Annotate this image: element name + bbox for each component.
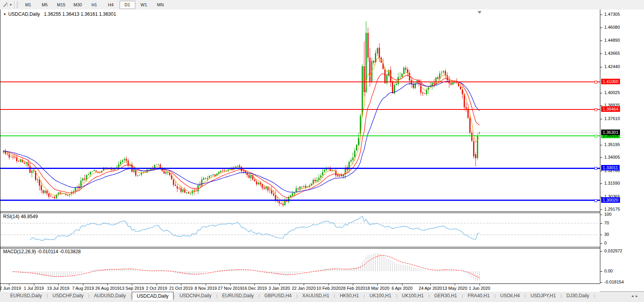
price-tick [600,171,602,171]
timeframe-button-m30[interactable]: M30 [70,1,86,9]
date-tick [480,284,480,285]
price-tick [600,41,602,41]
chart-tab-hk50-h1[interactable]: HK50,H1 [335,292,364,299]
price-tick-label: 1.47305 [604,12,620,17]
date-tick-label: 12 Jun 2019 [0,286,21,291]
chart-tabs: EURUSD,Daily|USDCHF,Daily|AUDUSD,Daily|U… [0,292,644,300]
date-tick-label: 13 May 2020 [442,286,467,291]
mt4-window: ▾ M1M5M15M30H1H4D1W1MN ▼USDCAD,Daily1.36… [0,0,644,302]
price-tick-label: 1.40025 [604,90,620,95]
price-tick-label: 1.46080 [604,25,620,30]
price-tick [600,157,602,158]
chart-tab-gbpusd-h4[interactable]: GBPUSD,H4 [260,292,296,299]
tab-scroll-right-icon[interactable]: ▸ [636,294,640,298]
price-tick [600,67,602,67]
chart-tab-ger30-h1[interactable]: GER30,H1 [430,292,462,299]
date-tick-label: 24 Apr 2020 [419,286,442,291]
date-tick [430,284,431,285]
timeframe-button-h4[interactable]: H4 [103,1,119,9]
date-tick [377,284,378,285]
timeframe-button-m1[interactable]: M1 [20,1,36,9]
chart-tab-usdchf-daily[interactable]: USDCHF,Daily [48,292,89,299]
date-tick [9,284,9,285]
price-tick [600,119,602,119]
date-tick [181,284,181,285]
date-tick [279,284,280,285]
date-tick-label: 8 Nov 2019 [195,286,217,291]
price-tick [600,28,602,28]
date-tick [455,284,455,285]
date-tick-label: 10 Feb 2020 [316,286,341,291]
dropdown-arrow-icon[interactable]: ▾ [10,3,12,7]
chart-tab-eurusd-daily[interactable]: EURUSD,Daily [217,292,258,299]
price-tick-label: 1.37610 [604,116,620,121]
date-tick [230,284,231,285]
date-tick [132,284,132,285]
chart-tab-usdcnh-daily[interactable]: USDCNH,Daily [175,292,216,299]
macd-tick [600,271,602,272]
rsi-tick-label: 0 [604,241,607,245]
date-tick-label: 19 Jul 2019 [47,286,70,291]
date-tick [353,284,353,285]
timeframe-button-mn[interactable]: MN [153,1,168,9]
price-tick [600,93,602,93]
chart-tab-dj30-daily[interactable]: DJ30,Daily [562,292,594,299]
date-tick-label: 7 Aug 2019 [72,286,94,291]
chart-tab-fra40-h1[interactable]: FRA40,H1 [463,292,495,299]
toolbar-grip[interactable] [17,2,18,8]
chart-title: ▼USDCAD,Daily1.36255 1.36413 1.36161 1.3… [3,11,116,17]
chart-tab-xauusd-h1[interactable]: XAUUSD,H1 [297,292,334,299]
date-tick [83,284,83,285]
pane-separator[interactable] [0,213,644,213]
chart-tab-audusd-daily[interactable]: AUDUSD,Daily [89,292,131,299]
price-tick [600,183,602,184]
date-tick-label: 26 Aug 2019 [95,286,120,291]
rsi-tick [600,223,602,224]
chart-tab-usoil-h4[interactable]: USOil,H4 [496,292,525,299]
date-tick-label: 22 Jan 2020 [292,286,316,291]
pane-separator[interactable] [0,247,644,247]
rsi-tick [600,243,602,244]
chart-tab-usdcad-daily[interactable]: USDCAD,Daily [132,292,174,300]
date-tick-label: 1 Jul 2019 [24,286,44,291]
date-tick [107,284,108,285]
price-tick-label: 1.43665 [604,51,620,56]
price-tick [600,106,602,106]
collapse-arrow-icon[interactable]: ▼ [3,13,6,16]
date-tick-label: 18 Mar 2020 [365,286,389,291]
chart-area[interactable]: ▼USDCAD,Daily1.36255 1.36413 1.36161 1.3… [0,9,644,291]
chart-shift-marker-icon[interactable] [478,11,482,14]
chart-tab-uk100-h1[interactable]: UK100,H1 [397,292,428,299]
ohlc-values: 1.36255 1.36413 1.36161 1.36301 [44,11,116,17]
tab-scroll-left-icon[interactable]: ◂ [631,294,636,298]
crosshair-tool-icon[interactable] [2,2,9,8]
chart-tab-uk100-h1[interactable]: UK100,H1 [365,292,396,299]
macd-tick-label: 0.032972 [604,248,622,253]
time-axis[interactable]: 12 Jun 20191 Jul 201919 Jul 20197 Aug 20… [0,283,600,292]
date-tick-label: 28 Feb 2020 [341,286,365,291]
chart-tab-usdjpy-h1[interactable]: USDJPY,H1 [526,292,560,299]
macd-tick-label: -0.018154 [604,280,624,284]
cursor-tool-group: ▾ [0,1,15,9]
timeframe-button-m15[interactable]: M15 [54,1,69,9]
candlestick-plot[interactable] [0,9,600,291]
timeframe-button-w1[interactable]: W1 [136,1,152,9]
timeframe-button-d1[interactable]: D1 [120,1,135,9]
timeframe-button-m5[interactable]: M5 [37,1,53,9]
macd-tick [600,251,602,252]
date-tick-label: 2 Oct 2019 [146,286,167,291]
date-tick [255,284,255,285]
price-axis[interactable]: 1.473051.460801.448901.436651.424401.400… [600,9,644,283]
pane-separator[interactable] [0,248,644,248]
rsi-tick-label: 30 [604,232,609,237]
timeframe-button-h1[interactable]: H1 [87,1,102,9]
date-tick [157,284,157,285]
pane-separator[interactable] [0,211,644,212]
macd-label: MACD(12,26,9) -0.010114 -0.013828 [3,249,81,254]
price-tick-label: 1.44890 [604,38,620,43]
price-tick-label: 1.35195 [604,142,620,147]
chart-tab-bar: EURUSD,Daily|USDCHF,Daily|AUDUSD,Daily|U… [0,291,644,302]
chart-tab-eurusd-daily[interactable]: EURUSD,Daily [6,292,47,299]
level-price-label: 1.30020 [601,197,620,203]
rsi-tick [600,215,602,215]
